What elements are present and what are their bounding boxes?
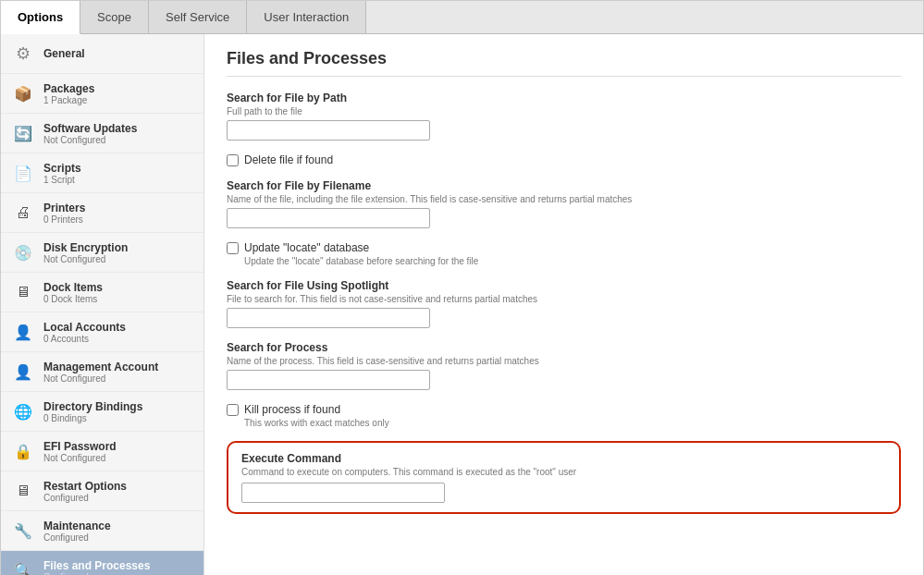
execute-command-box: Execute Command Command to execute on co…: [227, 441, 901, 514]
sidebar-label-disk-encryption: Disk Encryption: [43, 241, 128, 254]
update-locate-label: Update "locate" database: [244, 241, 369, 254]
search-by-path-group: Search for File by Path Full path to the…: [227, 92, 901, 141]
search-spotlight-input[interactable]: [227, 308, 430, 328]
sidebar-label-efi-password: EFI Password: [43, 440, 117, 453]
search-by-path-input[interactable]: [227, 120, 430, 141]
sidebar-sub-disk-encryption: Not Configured: [43, 254, 128, 264]
delete-file-group: Delete file if found: [227, 153, 901, 166]
sidebar-label-printers: Printers: [43, 202, 85, 214]
sidebar-label-packages: Packages: [43, 82, 94, 95]
search-by-filename-input[interactable]: [227, 208, 430, 228]
sidebar-item-maintenance[interactable]: Maintenance Configured: [1, 511, 203, 551]
sidebar-label-files-and-processes: Files and Processes: [43, 559, 150, 572]
search-by-filename-desc: Name of the file, including the file ext…: [227, 194, 901, 204]
sidebar-item-software-updates[interactable]: Software Updates Not Configured: [1, 114, 203, 153]
sidebar-item-scripts[interactable]: Scripts 1 Script: [1, 153, 203, 193]
update-locate-sub: Update the "locate" database before sear…: [244, 256, 901, 266]
tab-self-service[interactable]: Self Service: [149, 1, 247, 33]
sidebar-item-packages[interactable]: Packages 1 Package: [1, 74, 203, 114]
delete-file-label: Delete file if found: [244, 153, 333, 166]
mgmt-icon: [10, 359, 36, 385]
execute-command-input[interactable]: [241, 483, 445, 503]
sidebar-item-restart-options[interactable]: Restart Options Configured: [1, 471, 203, 511]
software-updates-icon: [10, 120, 36, 146]
sidebar-label-restart-options: Restart Options: [43, 480, 127, 493]
search-by-path-desc: Full path to the file: [227, 106, 901, 116]
main-window: Options Scope Self Service User Interact…: [0, 0, 924, 575]
sidebar-sub-efi-password: Not Configured: [43, 453, 117, 463]
kill-process-checkbox-row[interactable]: Kill process if found: [227, 403, 901, 416]
search-process-group: Search for Process Name of the process. …: [227, 341, 901, 390]
tab-scope[interactable]: Scope: [80, 1, 149, 33]
execute-command-label: Execute Command: [241, 452, 886, 465]
panel-title: Files and Processes: [227, 49, 901, 77]
search-spotlight-group: Search for File Using Spotlight File to …: [227, 279, 901, 328]
sidebar-label-directory-bindings: Directory Bindings: [43, 400, 142, 413]
local-accounts-icon: [10, 319, 36, 345]
sidebar-label-dock-items: Dock Items: [43, 281, 103, 294]
disk-icon: [10, 239, 36, 265]
sidebar-item-disk-encryption[interactable]: Disk Encryption Not Configured: [1, 233, 203, 273]
printers-icon: [10, 200, 36, 226]
sidebar-sub-maintenance: Configured: [43, 532, 111, 543]
sidebar-label-local-accounts: Local Accounts: [43, 321, 126, 334]
sidebar-label-general: General: [43, 47, 85, 60]
sidebar-sub-directory-bindings: 0 Bindings: [43, 413, 142, 423]
sidebar-sub-printers: 0 Printers: [43, 214, 85, 225]
sidebar-sub-software-updates: Not Configured: [43, 135, 137, 145]
dock-icon: [10, 279, 36, 305]
sidebar-item-directory-bindings[interactable]: Directory Bindings 0 Bindings: [1, 392, 203, 432]
sidebar-label-management-account: Management Account: [43, 361, 158, 373]
search-spotlight-desc: File to search for. This field is not ca…: [227, 294, 901, 304]
sidebar-sub-scripts: 1 Script: [43, 175, 81, 185]
sidebar-item-local-accounts[interactable]: Local Accounts 0 Accounts: [1, 312, 203, 352]
search-process-input[interactable]: [227, 370, 430, 390]
packages-icon: [10, 80, 36, 106]
sidebar-label-maintenance: Maintenance: [43, 520, 111, 532]
update-locate-group: Update "locate" database Update the "loc…: [227, 241, 901, 266]
execute-command-desc: Command to execute on computers. This co…: [241, 467, 886, 477]
sidebar-item-files-and-processes[interactable]: Files and Processes Configured: [1, 551, 203, 575]
delete-file-checkbox-row[interactable]: Delete file if found: [227, 153, 901, 166]
sidebar-sub-files-and-processes: Configured: [43, 572, 150, 576]
sidebar-sub-restart-options: Configured: [43, 493, 127, 503]
tab-bar: Options Scope Self Service User Interact…: [1, 1, 923, 34]
sidebar-item-efi-password[interactable]: EFI Password Not Configured: [1, 432, 203, 471]
kill-process-sub: This works with exact matches only: [244, 418, 901, 428]
scripts-icon: [10, 160, 36, 186]
sidebar-label-scripts: Scripts: [43, 162, 81, 175]
dir-icon: [10, 398, 36, 424]
content-area: General Packages 1 Package Software Upda…: [1, 34, 923, 575]
search-by-path-label: Search for File by Path: [227, 92, 901, 104]
delete-file-checkbox[interactable]: [227, 154, 239, 166]
sidebar-item-dock-items[interactable]: Dock Items 0 Dock Items: [1, 273, 203, 312]
sidebar-sub-dock-items: 0 Dock Items: [43, 294, 103, 304]
sidebar-item-printers[interactable]: Printers 0 Printers: [1, 193, 203, 233]
update-locate-checkbox[interactable]: [227, 242, 239, 254]
sidebar-sub-management-account: Not Configured: [43, 373, 158, 384]
kill-process-label: Kill process if found: [244, 403, 340, 416]
files-icon: [10, 557, 36, 575]
search-by-filename-group: Search for File by Filename Name of the …: [227, 179, 901, 228]
general-icon: [10, 41, 36, 67]
sidebar: General Packages 1 Package Software Upda…: [1, 34, 204, 575]
maintenance-icon: [10, 518, 36, 544]
sidebar-label-software-updates: Software Updates: [43, 122, 137, 135]
tab-options[interactable]: Options: [1, 1, 80, 34]
sidebar-sub-local-accounts: 0 Accounts: [43, 334, 126, 344]
sidebar-item-management-account[interactable]: Management Account Not Configured: [1, 352, 203, 392]
search-process-label: Search for Process: [227, 341, 901, 354]
search-spotlight-label: Search for File Using Spotlight: [227, 279, 901, 292]
main-panel: Files and Processes Search for File by P…: [204, 34, 923, 575]
search-process-desc: Name of the process. This field is case-…: [227, 356, 901, 366]
efi-icon: [10, 438, 36, 464]
sidebar-item-general[interactable]: General: [1, 34, 203, 74]
restart-icon: [10, 478, 36, 504]
kill-process-group: Kill process if found This works with ex…: [227, 403, 901, 428]
kill-process-checkbox[interactable]: [227, 404, 239, 416]
tab-user-interaction[interactable]: User Interaction: [247, 1, 366, 33]
update-locate-checkbox-row[interactable]: Update "locate" database: [227, 241, 901, 254]
sidebar-sub-packages: 1 Package: [43, 95, 94, 105]
search-by-filename-label: Search for File by Filename: [227, 179, 901, 192]
